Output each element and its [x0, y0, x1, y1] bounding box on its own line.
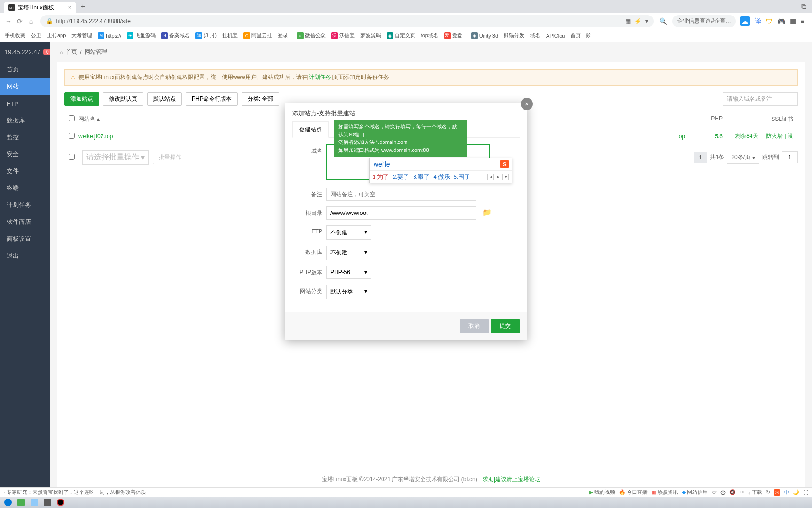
- chevron-down-icon: ▾: [364, 229, 367, 237]
- bolt-icon[interactable]: ⚡: [634, 18, 641, 24]
- php-version-select[interactable]: PHP-56▾: [326, 266, 371, 279]
- bookmark-item[interactable]: ✈飞鱼源码: [125, 32, 157, 39]
- modal-title: 添加站点-支持批量建站: [285, 103, 527, 121]
- extension-icon[interactable]: 🎮: [777, 17, 785, 25]
- taskbar-app[interactable]: [55, 498, 67, 507]
- webroot-input[interactable]: [326, 206, 476, 220]
- chevron-down-icon: ▾: [364, 269, 367, 276]
- new-tab-button[interactable]: +: [81, 2, 85, 11]
- ime-candidate-window: wei'le S 1.为了 2.萎了 3.喂了 4.微乐 5.围了 ◂▸▾: [369, 158, 512, 183]
- bookmark-item[interactable]: top域名: [419, 32, 440, 39]
- ime-composition: wei'le S: [370, 158, 512, 171]
- bookmark-item[interactable]: 手机收藏: [3, 32, 27, 39]
- db-select[interactable]: 不创建▾: [326, 246, 371, 260]
- label-db: 数据库: [292, 246, 326, 256]
- taskbar-app[interactable]: [15, 498, 27, 507]
- ime-candidate[interactable]: 1.为了: [373, 173, 389, 181]
- bookmark-item[interactable]: ◉自定义页: [385, 32, 417, 39]
- label-ftp: FTP: [292, 225, 326, 235]
- ime-expand-icon: ▾: [502, 174, 509, 180]
- menu-icon[interactable]: ≡: [801, 17, 804, 25]
- label-category: 网站分类: [292, 285, 326, 295]
- bookmark-item[interactable]: APIClou: [544, 33, 567, 39]
- browser-toolbar: → ⟳ ⌂ 🔒 http:// 119.45.222.47:8888/site …: [0, 13, 812, 29]
- ime-nav[interactable]: ◂▸▾: [487, 174, 509, 180]
- bookmark-item[interactable]: 梦波源码: [359, 32, 383, 39]
- tabs-overflow-icon[interactable]: ⧉: [801, 2, 806, 11]
- reload-button[interactable]: ⟳: [14, 17, 25, 25]
- apps-icon[interactable]: ▦: [790, 17, 796, 25]
- folder-icon[interactable]: 📁: [482, 208, 492, 216]
- add-site-modal: × 添加站点-支持批量建站 创建站点 如需填写多个域名，请换行填写，每行一个域名…: [285, 103, 527, 340]
- label-php: PHP版本: [292, 266, 326, 277]
- bookmark-item[interactable]: C阿里云挂: [242, 32, 274, 39]
- bookmark-item[interactable]: ◈Unity 3d: [469, 32, 500, 39]
- ime-candidate[interactable]: 3.喂了: [413, 173, 429, 181]
- chevron-down-icon: ▾: [364, 249, 367, 257]
- ime-candidate[interactable]: 2.萎了: [393, 173, 409, 181]
- bookmark-item[interactable]: 首页 - 影: [569, 32, 593, 39]
- browser-tab[interactable]: BT 宝塔Linux面板 ×: [4, 2, 76, 13]
- label-root: 根目录: [292, 206, 326, 217]
- label-remark: 备注: [292, 188, 326, 198]
- browser-tab-strip: BT 宝塔Linux面板 × + ⧉: [0, 0, 812, 13]
- back-button[interactable]: →: [3, 17, 14, 25]
- chevron-down-icon[interactable]: ▾: [645, 18, 648, 24]
- search-query: 企业信息查询#企查…: [677, 17, 731, 25]
- remark-input[interactable]: [326, 188, 476, 201]
- ime-candidate[interactable]: 5.围了: [454, 173, 470, 181]
- ime-candidate[interactable]: 4.微乐: [434, 173, 450, 181]
- ftp-select[interactable]: 不创建▾: [326, 225, 371, 240]
- extension-cloud-icon[interactable]: ☁: [740, 16, 750, 26]
- home-button[interactable]: ⌂: [25, 17, 37, 25]
- bookmark-item[interactable]: 上传app: [45, 32, 68, 39]
- start-button[interactable]: [2, 498, 14, 507]
- qr-icon[interactable]: ▦: [625, 18, 631, 24]
- search-icon[interactable]: 🔍: [657, 17, 669, 25]
- domain-tooltip: 如需填写多个域名，请换行填写，每行一个域名，默认为80端口 泛解析添加方法 *.…: [334, 120, 467, 157]
- url-bar[interactable]: 🔒 http:// 119.45.222.47:8888/site ▦ ⚡ ▾: [40, 15, 654, 27]
- tab-create-site[interactable]: 创建站点: [292, 121, 329, 138]
- bookmark-item[interactable]: 公卫: [29, 32, 43, 39]
- ime-next-icon: ▸: [495, 174, 501, 180]
- category-select[interactable]: 默认分类▾: [326, 285, 371, 299]
- bookmark-item[interactable]: Mhttps://: [96, 32, 123, 39]
- bookmark-item[interactable]: 沃沃信宝: [329, 32, 357, 39]
- extensions-area: ☁ 译 🛡 🎮 ▦ ≡: [740, 16, 809, 26]
- extension-icon[interactable]: 🛡: [766, 17, 773, 25]
- ime-prev-icon: ◂: [487, 174, 494, 180]
- bookmark-item[interactable]: H备案域名: [159, 32, 192, 39]
- url-text: 119.45.222.47:8888/site: [70, 18, 131, 24]
- omnibox-search[interactable]: 企业信息查询#企查…: [672, 15, 736, 27]
- bookmark-item[interactable]: ○微信公众: [295, 32, 328, 39]
- bookmark-item[interactable]: 挂机宝: [220, 32, 240, 39]
- cancel-button[interactable]: 取消: [460, 319, 489, 333]
- submit-button[interactable]: 提交: [491, 319, 520, 333]
- bookmark-item[interactable]: 登录 -: [276, 32, 293, 39]
- tab-title: 宝塔Linux面板: [18, 4, 54, 12]
- bookmark-item[interactable]: 大考管理: [70, 32, 94, 39]
- site-info-icon[interactable]: 🔒: [46, 18, 53, 24]
- bookmark-item[interactable]: 域名: [528, 32, 542, 39]
- close-icon[interactable]: ×: [68, 4, 71, 11]
- tab-favicon: BT: [8, 4, 15, 11]
- modal-overlay: × 添加站点-支持批量建站 创建站点 如需填写多个域名，请换行填写，每行一个域名…: [0, 42, 812, 497]
- windows-taskbar: [0, 497, 812, 508]
- ime-brand-icon: S: [500, 160, 509, 168]
- bookmark-item[interactable]: 爱爱盘 -: [442, 32, 468, 39]
- taskbar-app[interactable]: [41, 498, 54, 507]
- url-prefix: http://: [56, 18, 70, 24]
- modal-close-button[interactable]: ×: [521, 98, 533, 110]
- taskbar-app[interactable]: [28, 498, 40, 507]
- extension-icon[interactable]: 译: [755, 17, 761, 25]
- bookmarks-bar: 手机收藏 公卫 上传app 大考管理 Mhttps:// ✈飞鱼源码 H备案域名…: [0, 29, 812, 42]
- bookmark-item[interactable]: 熊猫分发: [502, 32, 526, 39]
- bookmark-item[interactable]: 知(3 封): [194, 32, 219, 39]
- chevron-down-icon: ▾: [364, 288, 367, 296]
- label-domain: 域名: [292, 144, 326, 155]
